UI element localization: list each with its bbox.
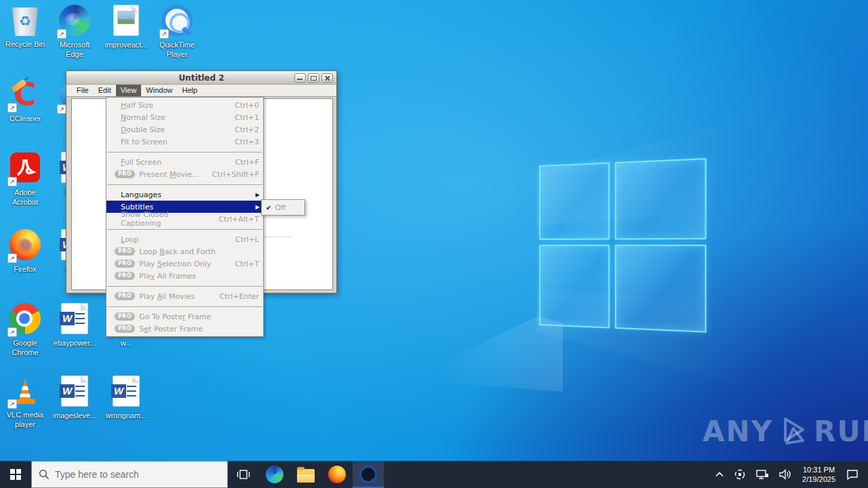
menu-item-half-size[interactable]: Half SizeCtrl+0	[106, 99, 263, 111]
menu-separator	[107, 306, 262, 307]
watermark-text-left: ANY	[703, 415, 773, 448]
shortcut-arrow-icon: ↗	[7, 103, 17, 113]
network-icon	[755, 468, 769, 481]
minimize-button[interactable]	[294, 73, 306, 83]
desktop-icon-vlc-media-player[interactable]: ↗VLC media player	[2, 375, 48, 429]
menu-separator	[107, 184, 262, 185]
menu-item-fit-to-screen[interactable]: Fit to ScreenCtrl+3	[106, 136, 263, 148]
screen: ANY RUN ♻Recycle Bin↗Microsoft Edgeimpro…	[0, 0, 868, 488]
start-button[interactable]	[0, 461, 31, 488]
action-center-button[interactable]	[841, 461, 864, 488]
menu-item-label: Languages	[121, 190, 161, 199]
desktop-icon-ccleaner[interactable]: C↗CCleaner	[2, 79, 48, 123]
task-view-icon	[237, 468, 250, 481]
menu-item-label: Half Size	[121, 101, 153, 110]
pro-badge: PRO	[115, 272, 135, 280]
taskbar-clock[interactable]: 10:31 PM 2/19/2025	[797, 465, 841, 484]
pro-badge: PRO	[115, 325, 135, 333]
pro-badge: PRO	[115, 292, 135, 300]
recycle-icon: ♻	[9, 4, 41, 37]
menu-item-double-size[interactable]: Double SizeCtrl+2	[106, 123, 263, 136]
windows-logo-pane	[539, 245, 610, 329]
desktop-icon-label: CCleaner	[2, 114, 48, 123]
firefox-icon: ↗	[9, 229, 41, 262]
taskbar-search[interactable]	[31, 461, 228, 488]
search-icon	[39, 469, 50, 480]
menubar-item-edit[interactable]: Edit	[94, 85, 116, 96]
menu-item-set-poster-frame[interactable]: PROSet Poster Frame	[106, 323, 263, 335]
quicktime-icon: ↗	[161, 5, 193, 37]
desktop-icon-improveact[interactable]: improveact...	[103, 4, 149, 49]
menubar-item-view[interactable]: View	[116, 85, 142, 96]
menu-item-languages[interactable]: Languages▶	[106, 188, 263, 201]
shortcut-arrow-icon: ↗	[7, 399, 17, 409]
menu-shortcut: Ctrl+F	[227, 158, 259, 167]
menu-shortcut: Ctrl+Alt+T	[210, 215, 259, 224]
taskbar-app-firefox-icon[interactable]	[321, 461, 353, 488]
task-view-button[interactable]	[228, 461, 259, 488]
desktop-icon-firefox[interactable]: ↗Firefox	[2, 228, 48, 274]
windows-start-icon	[10, 469, 21, 480]
menu-shortcut: Ctrl+1	[226, 113, 259, 122]
desktop-icon-label: QuickTime Player	[154, 40, 200, 59]
anyrun-agent-icon	[734, 468, 746, 481]
desktop-icon-google-chrome[interactable]: ↗Google Chrome	[2, 302, 48, 357]
menu-item-label: Play All Frames	[139, 272, 196, 281]
menu-item-present-movie[interactable]: PROPresent Movie...Ctrl+Shift+F	[106, 168, 263, 180]
taskbar-app-edge-icon[interactable]	[259, 461, 290, 488]
pro-badge: PRO	[115, 260, 135, 268]
pro-badge: PRO	[115, 312, 135, 321]
desktop-icon-label: improveact...	[103, 40, 149, 49]
taskbar-app-quicktime-icon[interactable]	[353, 461, 384, 488]
menu-item-label: Normal Size	[121, 113, 165, 122]
menu-item-play-selection-only[interactable]: PROPlay Selection OnlyCtrl+T	[106, 258, 263, 270]
menubar-item-file[interactable]: File	[72, 85, 94, 96]
menu-item-show-closed-captioning[interactable]: Show Closed CaptioningCtrl+Alt+T	[106, 213, 263, 225]
close-button[interactable]	[321, 73, 333, 83]
menu-item-loop[interactable]: LoopCtrl+L	[106, 233, 263, 245]
menu-item-play-all-movies[interactable]: PROPlay All MoviesCtrl+Enter	[106, 290, 263, 302]
menu-item-loop-back-and-forth[interactable]: PROLoop Back and Forth	[106, 245, 263, 258]
desktop-icon-label: imagesleve...	[52, 411, 98, 420]
desktop-icon-recycle-bin[interactable]: ♻Recycle Bin	[2, 4, 48, 49]
desktop-icon-label: Firefox	[2, 264, 48, 274]
menubar-item-help[interactable]: Help	[177, 85, 202, 96]
anyrun-agent-tray-button[interactable]	[729, 461, 751, 488]
clock-date: 2/19/2025	[802, 474, 835, 484]
menu-item-play-all-frames[interactable]: PROPlay All Frames	[106, 270, 263, 282]
menu-item-label: Loop	[121, 235, 138, 244]
taskbar-app-file-explorer-icon[interactable]	[290, 461, 321, 488]
desktop-icon-quicktime-player[interactable]: ↗QuickTime Player	[154, 4, 200, 59]
vlc-icon: ↗	[9, 375, 41, 407]
shortcut-arrow-icon: ↗	[7, 177, 17, 186]
edge-icon: ↗	[58, 5, 91, 37]
pro-badge: PRO	[115, 170, 135, 178]
menu-item-full-screen[interactable]: Full ScreenCtrl+F	[106, 156, 263, 168]
menu-separator	[107, 229, 262, 230]
menu-item-normal-size[interactable]: Normal SizeCtrl+1	[106, 111, 263, 123]
window-titlebar[interactable]: Untitled 2	[66, 71, 336, 85]
tray-expand-button[interactable]	[710, 461, 729, 488]
menu-item-go-to-poster-frame[interactable]: PROGo To Poster Frame	[106, 310, 263, 323]
search-input[interactable]	[55, 469, 204, 480]
desktop-icon-microsoft-edge[interactable]: ↗Microsoft Edge	[52, 4, 98, 59]
submenu-item-label: Off	[275, 203, 285, 212]
submenu-item-off[interactable]: ✔Off	[262, 201, 304, 214]
network-tray-button[interactable]	[751, 461, 774, 488]
menu-shortcut: Ctrl+T	[226, 260, 259, 268]
menu-shortcut: Ctrl+0	[226, 101, 259, 110]
shortcut-arrow-icon: ↗	[7, 327, 17, 337]
menu-item-label: Present Movie...	[139, 170, 199, 179]
anyrun-watermark: ANY RUN	[703, 413, 868, 449]
desktop-icon-adobe-acrobat[interactable]: ↗Adobe Acrobat	[2, 151, 48, 207]
maximize-button[interactable]	[308, 73, 319, 83]
desktop-icon-imagesleve[interactable]: Wimagesleve...	[52, 375, 98, 420]
desktop-icon-label: Microsoft Edge	[52, 40, 98, 59]
menu-shortcut: Ctrl+Enter	[212, 292, 259, 301]
desktop-icon-wrongnam[interactable]: Wwrongnam...	[103, 375, 149, 420]
menubar-item-window[interactable]: Window	[141, 85, 177, 96]
desktop-icon-ebaypower[interactable]: Webaypower...	[52, 302, 98, 348]
volume-tray-button[interactable]	[774, 461, 797, 488]
quicktime-icon	[359, 466, 377, 483]
desktop-icon-label: wrongnam...	[103, 411, 149, 420]
